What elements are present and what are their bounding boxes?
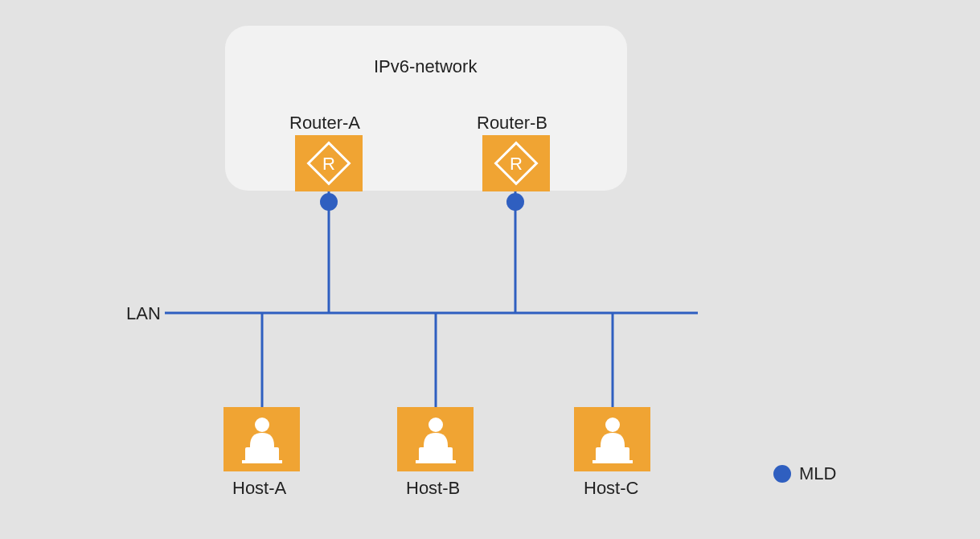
legend-mld-dot: [773, 465, 791, 483]
mld-dot-router-a: [320, 193, 338, 211]
svg-rect-17: [596, 447, 629, 462]
ipv6-network-box: [225, 26, 627, 191]
svg-point-10: [255, 418, 269, 432]
svg-rect-14: [419, 447, 453, 462]
host-icon: [584, 414, 641, 465]
svg-point-13: [428, 418, 443, 432]
svg-rect-11: [245, 447, 279, 462]
mld-dot-router-b: [506, 193, 524, 211]
host-icon: [234, 414, 290, 465]
host-a-node: [223, 407, 300, 471]
svg-rect-15: [416, 460, 456, 463]
network-title: IPv6-network: [374, 56, 477, 77]
router-b-label: Router-B: [477, 113, 547, 134]
router-icon: R: [494, 141, 539, 186]
legend-mld-label: MLD: [799, 463, 836, 484]
host-c-label: Host-C: [584, 478, 638, 499]
svg-rect-18: [593, 460, 633, 463]
host-c-node: [574, 407, 650, 471]
lan-label: LAN: [126, 303, 161, 324]
host-b-node: [397, 407, 474, 471]
router-b-node: R: [482, 135, 550, 191]
svg-rect-12: [242, 460, 282, 463]
host-a-label: Host-A: [232, 478, 286, 499]
router-icon: R: [306, 141, 351, 186]
svg-text:R: R: [322, 154, 335, 174]
router-a-label: Router-A: [289, 113, 360, 134]
svg-text:R: R: [510, 154, 523, 174]
router-a-node: R: [295, 135, 363, 191]
host-b-label: Host-B: [406, 478, 460, 499]
host-icon: [408, 414, 464, 465]
svg-point-16: [605, 418, 620, 432]
